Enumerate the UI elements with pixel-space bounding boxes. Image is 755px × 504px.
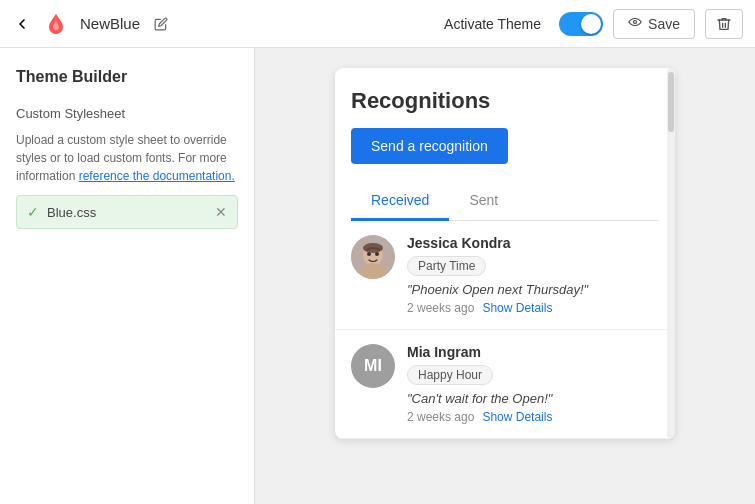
sidebar: Theme Builder Custom Stylesheet Upload a…	[0, 48, 255, 504]
recognition-content: Mia Ingram Happy Hour "Can't wait for th…	[407, 344, 659, 424]
tab-sent[interactable]: Sent	[449, 182, 518, 221]
show-details-link[interactable]: Show Details	[482, 410, 552, 424]
logo-icon	[42, 10, 70, 38]
recognition-meta: 2 weeks ago Show Details	[407, 301, 659, 315]
preview-card: Recognitions Send a recognition Received…	[335, 68, 675, 439]
save-button[interactable]: Save	[613, 9, 695, 39]
avatar: MI	[351, 344, 395, 388]
file-badge-left: ✓ Blue.css	[27, 204, 96, 220]
save-icon	[628, 17, 642, 31]
save-label: Save	[648, 16, 680, 32]
recognition-meta: 2 weeks ago Show Details	[407, 410, 659, 424]
recognition-quote: "Can't wait for the Open!"	[407, 391, 659, 406]
svg-point-6	[363, 243, 383, 253]
avatar-initials: MI	[364, 357, 382, 375]
recognition-badge: Party Time	[407, 256, 486, 276]
tabs: Received Sent	[351, 182, 659, 221]
activate-theme-label: Activate Theme	[444, 16, 541, 32]
sidebar-info: Upload a custom style sheet to override …	[16, 131, 238, 185]
recognition-time: 2 weeks ago	[407, 410, 474, 424]
recognition-item: MI Mia Ingram Happy Hour "Can't wait for…	[335, 330, 675, 439]
scrollbar-thumb	[668, 72, 674, 132]
recognition-time: 2 weeks ago	[407, 301, 474, 315]
send-recognition-button[interactable]: Send a recognition	[351, 128, 508, 164]
topbar-title: NewBlue	[80, 15, 140, 32]
activate-theme-toggle[interactable]	[559, 12, 603, 36]
custom-file-badge: ✓ Blue.css ✕	[16, 195, 238, 229]
scrollbar[interactable]	[667, 68, 675, 439]
main-layout: Theme Builder Custom Stylesheet Upload a…	[0, 48, 755, 504]
recognition-badge: Happy Hour	[407, 365, 493, 385]
recognition-content: Jessica Kondra Party Time "Phoenix Open …	[407, 235, 659, 315]
topbar: NewBlue Activate Theme Save	[0, 0, 755, 48]
custom-stylesheet-label: Custom Stylesheet	[16, 106, 238, 121]
avatar-initials-bg: MI	[351, 344, 395, 388]
sidebar-title: Theme Builder	[16, 68, 238, 86]
show-details-link[interactable]: Show Details	[482, 301, 552, 315]
preview-inner: Recognitions Send a recognition Received…	[335, 68, 675, 221]
recognition-quote: "Phoenix Open next Thursday!"	[407, 282, 659, 297]
pencil-icon[interactable]	[154, 17, 168, 31]
file-name: Blue.css	[47, 205, 96, 220]
svg-point-0	[634, 20, 637, 23]
check-icon: ✓	[27, 204, 39, 220]
avatar-image	[351, 235, 395, 279]
preview-heading: Recognitions	[351, 88, 659, 114]
preview-area: Recognitions Send a recognition Received…	[255, 48, 755, 504]
sidebar-info-link[interactable]: reference the documentation.	[79, 169, 235, 183]
avatar	[351, 235, 395, 279]
recognition-item: Jessica Kondra Party Time "Phoenix Open …	[335, 221, 675, 330]
back-icon[interactable]	[12, 14, 32, 34]
trash-icon	[716, 16, 732, 32]
remove-file-icon[interactable]: ✕	[215, 204, 227, 220]
recognition-name: Jessica Kondra	[407, 235, 659, 251]
trash-button[interactable]	[705, 9, 743, 39]
tab-received[interactable]: Received	[351, 182, 449, 221]
recognition-name: Mia Ingram	[407, 344, 659, 360]
